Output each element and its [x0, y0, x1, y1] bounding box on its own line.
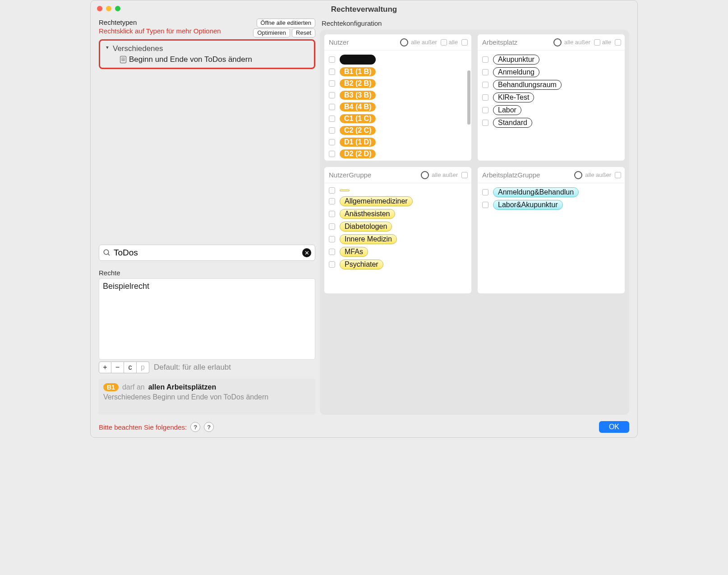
scrollbar[interactable]: [467, 70, 470, 125]
checkbox[interactable]: [482, 94, 488, 101]
checkbox[interactable]: [329, 261, 335, 268]
help-button-2[interactable]: ?: [204, 422, 214, 432]
usergroup-pill[interactable]: Allgemeinmediziner: [340, 196, 413, 206]
checkbox-all-nutzer[interactable]: [461, 39, 468, 46]
rights-types-hint: Rechtsklick auf Typen für mehr Optionen: [99, 27, 221, 35]
rights-type-tree[interactable]: ▸ Verschiedenes Beginn und Ende von ToDo…: [99, 39, 315, 69]
optimize-button[interactable]: Optimieren: [253, 28, 290, 37]
tree-group-row[interactable]: ▸ Verschiedenes: [102, 43, 312, 54]
rights-list[interactable]: Beispielrecht: [99, 278, 315, 360]
remove-right-button[interactable]: −: [111, 362, 124, 373]
clear-search-button[interactable]: ✕: [302, 248, 311, 257]
rights-label: Rechte: [99, 269, 315, 277]
checkbox-all-ap[interactable]: [615, 39, 621, 46]
checkbox[interactable]: [482, 189, 488, 195]
card-title-nutzer: Nutzer: [329, 38, 349, 46]
reset-button[interactable]: Reset: [292, 28, 315, 37]
checkbox[interactable]: [329, 69, 335, 75]
footer: Bitte beachten Sie folgendes: ? ? OK: [99, 421, 629, 433]
checkbox[interactable]: [329, 104, 335, 110]
checkbox[interactable]: [329, 139, 335, 145]
checkbox[interactable]: [482, 202, 488, 208]
workplace-pill[interactable]: Akupunktur: [493, 55, 539, 65]
gear-icon[interactable]: [553, 38, 562, 46]
gear-icon[interactable]: [574, 171, 582, 179]
usergroup-pill[interactable]: Anästhesisten: [340, 209, 395, 219]
checkbox-except-apg[interactable]: [615, 172, 621, 178]
user-pill[interactable]: B2 (2 B): [340, 79, 376, 88]
user-pill[interactable]: B3 (3 B): [340, 91, 376, 100]
checkbox[interactable]: [482, 107, 488, 113]
checkbox[interactable]: [329, 236, 335, 242]
rights-toolbar: + − c p Default: für alle erlaubt: [99, 362, 315, 373]
card-body-nutzer[interactable]: B1 (1 B) B2 (2 B) B3 (3 B) B4 (4 B) C1 (…: [324, 51, 471, 161]
checkbox[interactable]: [329, 127, 335, 134]
card-title-nutzergruppe: NutzerGruppe: [329, 171, 371, 179]
usergroup-pill[interactable]: Diabetologen: [340, 222, 392, 232]
clear-right-button[interactable]: c: [124, 362, 137, 373]
checkbox[interactable]: [329, 211, 335, 217]
add-right-button[interactable]: +: [99, 362, 111, 373]
default-text: Default: für alle erlaubt: [154, 363, 231, 372]
checkbox[interactable]: [329, 116, 335, 122]
user-pill[interactable]: D1 (1 D): [340, 138, 376, 147]
gear-icon[interactable]: [421, 171, 429, 179]
ok-button[interactable]: OK: [599, 421, 629, 433]
help-button-1[interactable]: ?: [190, 422, 200, 432]
workplace-pill[interactable]: KlRe-Test: [493, 93, 534, 102]
label-all: alle: [602, 39, 611, 46]
user-pill[interactable]: D2 (2 D): [340, 149, 376, 158]
workplace-pill[interactable]: Behandlungsraum: [493, 80, 562, 90]
workplace-pill[interactable]: Anmeldung: [493, 67, 539, 77]
workplace-pill[interactable]: Labor: [493, 105, 521, 115]
checkbox[interactable]: [329, 198, 335, 204]
card-title-arbeitsplatzgruppe: ArbeitsplatzGruppe: [482, 171, 540, 179]
workplace-pill[interactable]: Standard: [493, 118, 532, 128]
window: Rechteverwaltung Rechtetypen Rechtsklick…: [90, 0, 638, 438]
usergroup-pill[interactable]: [340, 190, 350, 191]
card-body-arbeitsplatz[interactable]: Akupunktur Anmeldung Behandlungsraum KlR…: [478, 51, 625, 161]
usergroup-pill[interactable]: MFAs: [340, 247, 368, 257]
zoom-window-button[interactable]: [115, 6, 120, 11]
summary-box: B1 darf an allen Arbeitsplätzen Verschie…: [99, 379, 315, 415]
user-pill[interactable]: B1 (1 B): [340, 67, 376, 76]
workgroup-pill[interactable]: Labor&Akupunktur: [493, 200, 563, 210]
checkbox-except-nutzer[interactable]: [441, 39, 447, 46]
checkbox[interactable]: [329, 223, 335, 230]
checkbox[interactable]: [482, 82, 488, 88]
search-input[interactable]: [111, 248, 302, 258]
checkbox[interactable]: [482, 120, 488, 126]
tree-item-row[interactable]: Beginn und Ende von ToDos ändern: [102, 54, 312, 65]
checkbox-except-ng[interactable]: [461, 172, 468, 178]
checkbox[interactable]: [329, 249, 335, 255]
paste-right-button[interactable]: p: [137, 362, 149, 373]
checkbox[interactable]: [329, 56, 335, 63]
card-body-arbeitsplatzgruppe[interactable]: Anmeldung&Behandlun Labor&Akupunktur: [478, 183, 625, 293]
open-all-edited-button[interactable]: Öffne alle editierten: [257, 19, 316, 28]
user-pill[interactable]: B4 (4 B): [340, 102, 376, 111]
checkbox-except-ap[interactable]: [594, 39, 600, 46]
checkbox[interactable]: [329, 80, 335, 87]
user-pill[interactable]: C1 (1 C): [340, 114, 376, 123]
minimize-window-button[interactable]: [106, 6, 111, 11]
config-title: Rechtekonfiguration: [320, 19, 629, 27]
rights-list-item[interactable]: Beispielrecht: [103, 282, 311, 291]
tree-item-label: Beginn und Ende von ToDos ändern: [129, 55, 252, 64]
usergroup-pill[interactable]: Innere Medizin: [340, 234, 397, 244]
user-pill[interactable]: C2 (2 C): [340, 126, 376, 135]
checkbox[interactable]: [329, 187, 335, 194]
user-pill[interactable]: [340, 55, 376, 65]
gear-icon[interactable]: [400, 38, 408, 46]
close-window-button[interactable]: [97, 6, 102, 11]
checkbox[interactable]: [329, 151, 335, 157]
card-body-nutzergruppe[interactable]: Allgemeinmediziner Anästhesisten Diabeto…: [324, 183, 471, 293]
workgroup-pill[interactable]: Anmeldung&Behandlun: [493, 187, 579, 197]
checkbox[interactable]: [329, 92, 335, 98]
summary-verb: darf an: [122, 383, 145, 391]
summary-badge: B1: [103, 383, 119, 391]
checkbox[interactable]: [482, 56, 488, 63]
summary-detail: Verschiedenes Beginn und Ende von ToDos …: [103, 393, 311, 401]
usergroup-pill[interactable]: Psychiater: [340, 260, 383, 269]
checkbox[interactable]: [482, 69, 488, 75]
titlebar: Rechteverwaltung: [91, 0, 637, 19]
